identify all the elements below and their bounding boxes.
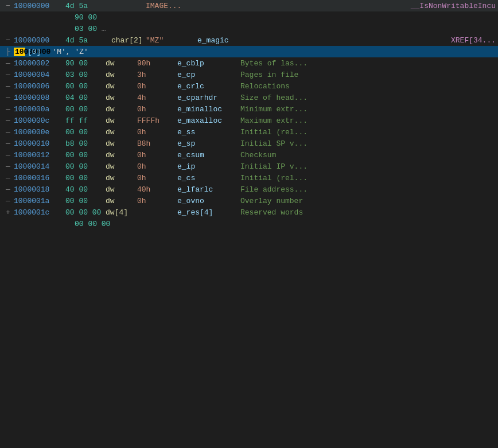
comment: File address... xyxy=(240,185,308,194)
table-row[interactable]: + 1000001c 00 00 00 dw[4] e_res[4] Reser… xyxy=(0,207,498,218)
table-row: 00 00 00 xyxy=(0,218,498,229)
value: B8h xyxy=(137,139,177,148)
bytes: 90 00 xyxy=(65,59,106,68)
comment: Initial SP v... xyxy=(240,139,308,148)
table-row[interactable]: — 1000000e 00 00 dw 0h e_ss Initial (rel… xyxy=(0,126,498,138)
bytes: 00 00 xyxy=(65,162,106,171)
field-name: e_cblp xyxy=(177,59,240,68)
address: 10000012 xyxy=(14,151,65,159)
address: 10000000 xyxy=(14,36,65,45)
type: dw xyxy=(106,162,137,171)
type xyxy=(111,2,146,10)
expand-icon-2[interactable]: − xyxy=(2,36,14,45)
field-name: e_ss xyxy=(177,128,240,137)
table-row[interactable]: — 10000002 90 00 dw 90h e_cblp Bytes of … xyxy=(0,57,498,69)
field-name: e_cp xyxy=(177,71,240,79)
field-name: e_ip xyxy=(177,162,240,171)
comment: Checksum xyxy=(240,151,276,159)
type: dw xyxy=(106,151,137,159)
table-row[interactable]: — 10000014 00 00 dw 0h e_ip Initial IP v… xyxy=(0,161,498,172)
bytes: 4d 5a xyxy=(65,36,111,45)
type: dw xyxy=(106,71,137,79)
bytes: 4d 5a xyxy=(65,2,111,10)
bytes-cont2: 03 00 … xyxy=(75,25,120,33)
table-row[interactable]: — 10000004 03 00 dw 3h e_cp Pages in fil… xyxy=(0,69,498,80)
bytes: 00 00 xyxy=(65,174,106,182)
main-container: − 10000000 4d 5a IMAGE... __IsNonWritabl… xyxy=(0,0,498,448)
type: dw xyxy=(106,139,137,148)
table-row[interactable]: − 10000000 4d 5a IMAGE... __IsNonWritabl… xyxy=(0,0,498,11)
address: 10000006 xyxy=(14,82,65,91)
type: dw xyxy=(106,59,137,68)
value: IMAGE... xyxy=(146,2,232,10)
value: 0h xyxy=(137,162,177,171)
comment: Overlay number xyxy=(240,197,303,205)
type: dw[4] xyxy=(106,208,137,217)
table-row[interactable]: − 10000000 4d 5a char[2] "MZ" e_magic XR… xyxy=(0,34,498,46)
type: char[2] xyxy=(111,36,146,45)
expand-icon[interactable]: − xyxy=(2,2,14,10)
comment: Bytes of las... xyxy=(240,59,308,68)
value: "MZ" xyxy=(146,36,197,45)
value: 3h xyxy=(137,71,177,79)
bytes-cont3: 00 00 00 xyxy=(75,220,110,228)
table-row[interactable]: — 1000000a 00 00 dw 0h e_minalloc Minimu… xyxy=(0,103,498,115)
field-name: e_ovno xyxy=(177,197,240,205)
type: dw xyxy=(106,128,137,137)
value: 90h xyxy=(137,59,177,68)
type: dw xyxy=(106,94,137,102)
value: 0h xyxy=(137,128,177,137)
table-row[interactable]: — 10000006 00 00 dw 0h e_crlc Relocation… xyxy=(0,80,498,92)
table-row: 90 00 xyxy=(0,11,498,23)
type: dw xyxy=(106,82,137,91)
bytes: 00 00 xyxy=(65,151,106,159)
bytes: ff ff xyxy=(65,116,106,125)
table-row: 03 00 … xyxy=(0,23,498,34)
table-row[interactable]: — 10000010 b8 00 dw B8h e_sp Initial SP … xyxy=(0,138,498,149)
address: 1000000e xyxy=(14,128,65,137)
bytes: 00 00 xyxy=(65,105,106,114)
comment: Size of head... xyxy=(240,94,308,102)
field-name: e_minalloc xyxy=(177,105,240,114)
xref: XREF[34... xyxy=(451,36,496,45)
field-name: e_crlc xyxy=(177,82,240,91)
table-row[interactable]: — 10000016 00 00 dw 0h e_cs Initial (rel… xyxy=(0,172,498,184)
value: FFFFh xyxy=(137,116,177,125)
table-row[interactable]: — 1000000c ff ff dw FFFFh e_maxalloc Max… xyxy=(0,115,498,126)
type: dw xyxy=(106,185,137,194)
comment: Initial (rel... xyxy=(240,128,308,137)
address: 10000004 xyxy=(14,71,65,79)
comment: Maximum extr... xyxy=(240,116,308,125)
value: 0h xyxy=(137,174,177,182)
comment: Initial (rel... xyxy=(240,174,308,182)
field-name: e_sp xyxy=(177,139,240,148)
field-name: e_lfarlc xyxy=(177,185,240,194)
field-name: e_maxalloc xyxy=(177,116,240,125)
table-row[interactable]: — 10000008 04 00 dw 4h e_cparhdr Size of… xyxy=(0,92,498,103)
field-name: e_cs xyxy=(177,174,240,182)
bytes: 00 00 xyxy=(65,128,106,137)
value: 40h xyxy=(137,185,177,194)
char-values: 'M', 'Z' xyxy=(52,48,88,56)
table-row[interactable]: — 1000001a 00 00 dw 0h e_ovno Overlay nu… xyxy=(0,195,498,207)
type: dw xyxy=(106,197,137,205)
table-row[interactable]: — 10000018 40 00 dw 40h e_lfarlc File ad… xyxy=(0,184,498,195)
table-row[interactable]: — 10000012 00 00 dw 0h e_csum Checksum xyxy=(0,149,498,161)
bytes: 00 00 xyxy=(65,197,106,205)
comment: Minimum extr... xyxy=(240,105,308,114)
table-row-selected[interactable]: ├ 10000000 [0] 'M', 'Z' xyxy=(0,46,498,57)
value: 0h xyxy=(137,151,177,159)
address: 10000010 xyxy=(14,139,65,148)
address: 10000014 xyxy=(14,162,65,171)
bytes: 00 00 xyxy=(65,82,106,91)
code-view[interactable]: − 10000000 4d 5a IMAGE... __IsNonWritabl… xyxy=(0,0,498,448)
type: dw xyxy=(106,116,137,125)
address: 1000000a xyxy=(14,105,65,114)
address: 10000000 xyxy=(14,2,65,10)
field-name: e_res[4] xyxy=(177,208,240,217)
address: 10000008 xyxy=(14,94,65,102)
bytes: b8 00 xyxy=(65,139,106,148)
value: 0h xyxy=(137,82,177,91)
bytes-cont: 90 00 xyxy=(75,13,120,22)
bytes: 00 00 00 xyxy=(65,208,106,217)
